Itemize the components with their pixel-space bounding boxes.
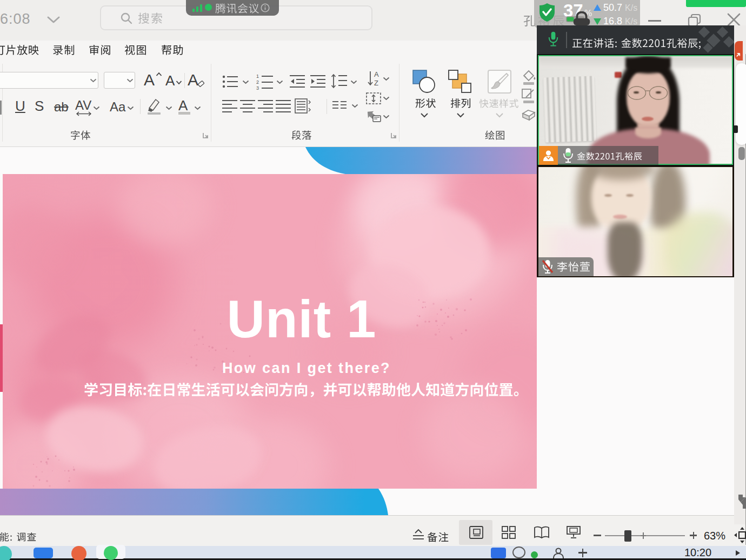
svg-text:2: 2 — [256, 79, 259, 85]
svg-text:Z: Z — [374, 79, 378, 86]
svg-text:A: A — [374, 70, 379, 78]
svg-text:1: 1 — [256, 74, 259, 79]
svg-text:3: 3 — [256, 85, 259, 90]
